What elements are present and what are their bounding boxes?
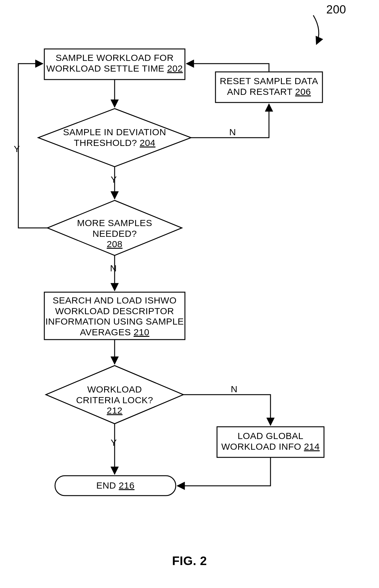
flowchart-figure: 200 SAMPLE WORKLOAD FOR WORKLOAD SETTLE … <box>0 0 379 588</box>
node-202-ref: 202 <box>167 63 183 73</box>
node-216-text: END <box>96 480 116 490</box>
edge-212-no: N <box>231 384 237 394</box>
node-210-text: SEARCH AND LOAD ISHWO WORKLOAD DESCRIPTO… <box>45 295 184 337</box>
node-206-ref: 206 <box>295 87 311 97</box>
node-202-text: SAMPLE WORKLOAD FOR WORKLOAD SETTLE TIME <box>46 53 174 73</box>
node-216: END 216 <box>55 480 176 491</box>
node-214: LOAD GLOBAL WORKLOAD INFO 214 <box>217 431 324 452</box>
edge-204-yes: Y <box>111 174 117 185</box>
edge-208-no: N <box>110 263 117 274</box>
node-214-ref: 214 <box>304 441 320 452</box>
node-208-text: MORE SAMPLES NEEDED? <box>77 218 152 239</box>
node-212: WORKLOAD CRITERIA LOCK? 212 <box>69 384 160 416</box>
node-210-ref: 210 <box>134 327 149 337</box>
edge-208-yes: Y <box>14 144 20 154</box>
node-204: SAMPLE IN DEVIATION THRESHOLD? 204 <box>63 127 167 148</box>
node-206: RESET SAMPLE DATA AND RESTART 206 <box>215 76 322 97</box>
figure-number: 200 <box>318 3 355 17</box>
figure-caption: FIG. 2 <box>0 554 379 568</box>
node-216-ref: 216 <box>119 480 135 490</box>
edge-212-yes: Y <box>111 437 117 448</box>
node-214-text: LOAD GLOBAL WORKLOAD INFO <box>221 431 304 452</box>
node-210: SEARCH AND LOAD ISHWO WORKLOAD DESCRIPTO… <box>44 295 185 337</box>
node-208: MORE SAMPLES NEEDED? 208 <box>66 218 164 250</box>
edge-204-no: N <box>229 127 236 137</box>
node-204-ref: 204 <box>140 138 156 148</box>
node-212-text: WORKLOAD CRITERIA LOCK? <box>76 384 153 405</box>
node-202: SAMPLE WORKLOAD FOR WORKLOAD SETTLE TIME… <box>44 53 185 74</box>
node-212-ref: 212 <box>107 405 123 415</box>
node-208-ref: 208 <box>107 239 123 249</box>
